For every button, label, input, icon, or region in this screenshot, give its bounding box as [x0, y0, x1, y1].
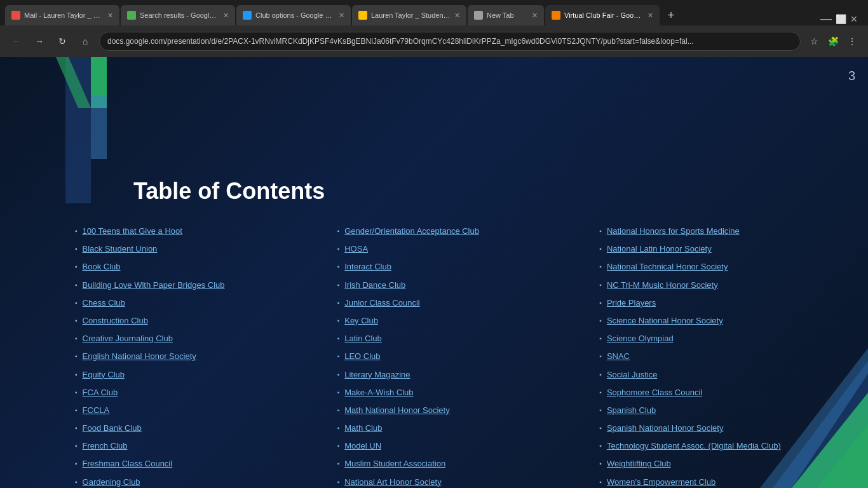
minimize-button[interactable]: —	[820, 12, 832, 25]
list-item: ▪Model UN	[337, 440, 587, 452]
maximize-button[interactable]: ⬜	[836, 14, 846, 24]
club-link[interactable]: SNAC	[607, 351, 630, 362]
club-link[interactable]: Freshman Class Council	[83, 458, 173, 470]
bullet-icon: ▪	[599, 299, 602, 306]
club-link[interactable]: Chess Club	[83, 297, 125, 309]
list-item: ▪Building Love With Paper Bridges Club	[75, 280, 325, 291]
club-link[interactable]: Irish Dance Club	[344, 280, 405, 291]
tab-favicon-new	[474, 11, 483, 20]
content-area: ▪100 Teens that Give a Hoot▪Black Studen…	[69, 226, 855, 488]
club-link[interactable]: Math National Honor Society	[344, 405, 449, 416]
tab-mail[interactable]: Mail - Lauren Taylor _ St... ✕	[5, 5, 119, 25]
list-item: ▪Food Bank Club	[75, 423, 325, 434]
list-item: ▪Weightlifting Club	[599, 458, 849, 470]
tab-close-lauren[interactable]: ✕	[454, 11, 460, 20]
club-link[interactable]: Spanish National Honor Society	[607, 423, 724, 434]
list-item: ▪Spanish Club	[599, 405, 849, 416]
tab-close-new[interactable]: ✕	[532, 11, 538, 20]
bullet-icon: ▪	[75, 335, 78, 342]
club-link[interactable]: Sophomore Class Council	[607, 387, 702, 398]
list-item: ▪Freshman Class Council	[75, 458, 325, 470]
club-link[interactable]: National Honors for Sports Medicine	[607, 226, 740, 237]
bullet-icon: ▪	[75, 299, 78, 306]
tab-title-lauren: Lauren Taylor _ Student...	[371, 11, 451, 19]
close-window-button[interactable]: ✕	[850, 14, 858, 24]
club-link[interactable]: English National Honor Society	[83, 351, 196, 362]
tab-close-club[interactable]: ✕	[339, 11, 344, 20]
club-link[interactable]: Latin Club	[344, 333, 382, 344]
club-link[interactable]: Gender/Orientation Acceptance Club	[344, 226, 479, 237]
club-link[interactable]: Black Student Union	[83, 243, 158, 255]
home-button[interactable]: ⌂	[76, 32, 94, 50]
tab-newtab[interactable]: New Tab ✕	[468, 5, 544, 25]
tab-search[interactable]: Search results - Google D... ✕	[121, 5, 235, 25]
bullet-icon: ▪	[75, 263, 78, 270]
club-link[interactable]: Model UN	[344, 440, 381, 452]
club-link[interactable]: Weightlifting Club	[607, 458, 671, 470]
club-link[interactable]: Creative Journaling Club	[83, 333, 173, 344]
club-link[interactable]: Muslim Student Association	[344, 458, 445, 470]
club-link[interactable]: Junior Class Council	[344, 297, 420, 309]
club-link[interactable]: National Latin Honor Society	[607, 243, 712, 255]
club-link[interactable]: Food Bank Club	[83, 423, 142, 434]
tab-close-search[interactable]: ✕	[223, 11, 229, 20]
club-link[interactable]: Science Olympiad	[607, 333, 674, 344]
bullet-icon: ▪	[337, 442, 340, 449]
bullet-icon: ▪	[75, 317, 78, 324]
list-item: ▪Social Justice	[599, 369, 849, 381]
club-link[interactable]: Technology Student Assoc. (Digital Media…	[607, 440, 781, 452]
new-tab-button[interactable]: +	[661, 5, 681, 25]
club-link[interactable]: French Club	[83, 440, 128, 452]
club-link[interactable]: LEO Club	[344, 351, 380, 362]
tab-close-mail[interactable]: ✕	[107, 11, 113, 20]
club-link[interactable]: Equity Club	[83, 369, 125, 381]
list-item: ▪Spanish National Honor Society	[599, 423, 849, 434]
club-link[interactable]: Pride Players	[607, 297, 656, 309]
list-item: ▪Gardening Club	[75, 477, 325, 488]
club-link[interactable]: Women's Empowerment Club	[607, 477, 715, 488]
tab-club-options[interactable]: Club options - Google D... ✕	[236, 5, 351, 25]
club-link[interactable]: 100 Teens that Give a Hoot	[83, 226, 182, 237]
club-link[interactable]: Key Club	[344, 315, 378, 327]
list-item: ▪Key Club	[337, 315, 587, 327]
bullet-icon: ▪	[337, 353, 340, 360]
list-item: ▪Gender/Orientation Acceptance Club	[337, 226, 587, 237]
forward-button[interactable]: →	[31, 32, 48, 50]
club-link[interactable]: Literary Magazine	[344, 369, 410, 381]
address-bar[interactable]: docs.google.com/presentation/d/e/2PACX-1…	[99, 32, 801, 51]
club-link[interactable]: FCA Club	[83, 387, 118, 398]
club-link[interactable]: National Technical Honor Society	[607, 261, 728, 273]
extensions-button[interactable]: 🧩	[825, 33, 841, 50]
slide: 3 Table of Contents ▪100 Teens that Give…	[0, 57, 868, 488]
club-link[interactable]: Gardening Club	[83, 477, 140, 488]
bullet-icon: ▪	[75, 389, 78, 396]
tab-lauren[interactable]: Lauren Taylor _ Student... ✕	[352, 5, 466, 25]
club-link[interactable]: Make-A-Wish Club	[344, 387, 413, 398]
list-item: ▪Construction Club	[75, 315, 325, 327]
club-link[interactable]: Science National Honor Society	[607, 315, 723, 327]
svg-marker-3	[91, 95, 107, 159]
bookmark-button[interactable]: ☆	[806, 33, 822, 50]
menu-button[interactable]: ⋮	[844, 33, 860, 50]
club-link[interactable]: FCCLA	[83, 405, 110, 416]
refresh-button[interactable]: ↻	[53, 32, 71, 50]
club-link[interactable]: Math Club	[344, 423, 382, 434]
club-link[interactable]: National Art Honor Society	[344, 477, 441, 488]
club-link[interactable]: Building Love With Paper Bridges Club	[83, 280, 225, 291]
address-text: docs.google.com/presentation/d/e/2PACX-1…	[107, 37, 694, 46]
tab-favicon-virtual	[552, 11, 560, 20]
club-link[interactable]: Interact Club	[344, 261, 391, 273]
list-item: ▪Black Student Union	[75, 243, 325, 255]
bullet-icon: ▪	[599, 424, 602, 431]
club-link[interactable]: Social Justice	[607, 369, 657, 381]
club-link[interactable]: Spanish Club	[607, 405, 656, 416]
club-link[interactable]: NC Tri-M Music Honor Society	[607, 280, 718, 291]
tab-virtual[interactable]: Virtual Club Fair - Googl... ✕	[545, 5, 660, 25]
club-link[interactable]: Construction Club	[83, 315, 148, 327]
list-item: ▪Muslim Student Association	[337, 458, 587, 470]
club-link[interactable]: HOSA	[344, 243, 368, 255]
browser-chrome: Mail - Lauren Taylor _ St... ✕ Search re…	[0, 0, 868, 57]
tab-close-virtual[interactable]: ✕	[648, 11, 653, 20]
back-button[interactable]: ←	[8, 32, 25, 50]
club-link[interactable]: Book Club	[83, 261, 121, 273]
